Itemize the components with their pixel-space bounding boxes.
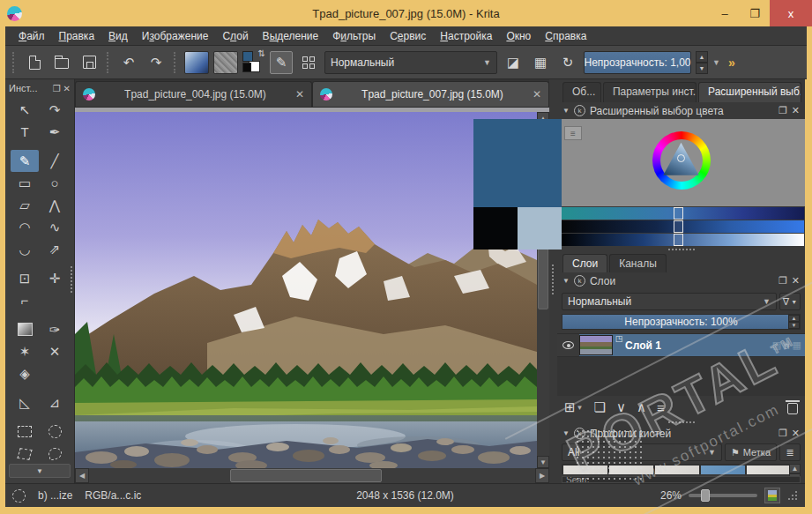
blend-mode-dropdown[interactable]: Нормальный ▼ (324, 51, 497, 74)
close-docker-icon[interactable]: ✕ (63, 84, 71, 93)
assistants-tool[interactable]: ◺ (11, 391, 39, 413)
zoom-slider[interactable] (689, 494, 757, 497)
polyline-tool[interactable]: ⋀ (41, 194, 69, 216)
canvas-only-mode-button[interactable] (764, 488, 780, 503)
toolbox-overflow-button[interactable]: ▼ (9, 464, 71, 478)
light-color-swatch[interactable] (518, 207, 562, 250)
save-document-button[interactable] (78, 51, 101, 74)
layer-filter-button[interactable]: ∇ ▼ (779, 293, 801, 310)
reload-preset-button[interactable]: ↻ (556, 51, 579, 74)
tag-button[interactable]: ⚑ Метка (725, 443, 777, 461)
advanced-color-selector[interactable]: ≡ (557, 119, 805, 206)
layer-thumbnail[interactable] (579, 335, 613, 355)
brushes-docker-header[interactable]: ▼ k Профили кистей ❐ ✕ (557, 425, 805, 442)
pencil-preset[interactable] (563, 466, 607, 474)
layer-blend-mode-dropdown[interactable]: Нормальный ▼ (562, 293, 777, 310)
canvas-image[interactable] (75, 112, 537, 468)
opacity-slider[interactable]: Непрозрачность: 1,00 (584, 51, 691, 74)
freehand-brush-tool[interactable]: ✎ (11, 150, 39, 172)
document-tab-0[interactable]: Tpad_picture_004.jpg (15.0M)✕ (75, 81, 312, 107)
pen-preset[interactable] (609, 466, 653, 474)
tab-channels[interactable]: Каналы (609, 254, 667, 272)
eraser-mode-button[interactable]: ◪ (502, 51, 525, 74)
docker-drag-handle[interactable] (557, 419, 805, 425)
foreground-background-colors[interactable]: ⇅ (242, 51, 265, 74)
menu-item-9[interactable]: Окно (500, 28, 537, 44)
toolbar-grip-2[interactable] (174, 52, 178, 73)
menu-item-0[interactable]: Файл (12, 28, 51, 44)
float-docker-icon[interactable]: ❐ (53, 84, 61, 93)
spin-down-icon[interactable]: ▼ (788, 322, 800, 329)
layer-style-icon[interactable]: ▨ (772, 339, 781, 351)
saturation-bar-marker[interactable] (674, 220, 683, 233)
ellipse-tool[interactable]: ○ (41, 172, 69, 194)
hue-bar-marker[interactable] (674, 207, 683, 220)
brush-search-input[interactable]: Searc (562, 476, 801, 483)
paintbrush-preset[interactable] (747, 466, 789, 474)
calligraphy-tool[interactable]: ✒ (41, 121, 69, 143)
multibrush-tool[interactable]: ⇗ (41, 238, 69, 260)
color-wheel[interactable] (652, 131, 711, 190)
docker-drag-handle[interactable] (557, 246, 805, 252)
document-tab-1[interactable]: Tpad_picture_007.jpg (15.0M)✕ (312, 81, 549, 107)
collapse-caret-icon[interactable]: ▼ (562, 107, 570, 115)
line-tool[interactable]: ╱ (41, 150, 69, 172)
previous-color-swatch[interactable] (473, 207, 518, 250)
rectangle-tool[interactable]: ▭ (11, 172, 39, 194)
alpha-lock-icon[interactable]: ▦ (793, 339, 801, 351)
scroll-down-button[interactable]: ▼ (537, 456, 549, 468)
dynamic-brush-tool[interactable]: ◡ (11, 238, 39, 260)
freehand-path-tool[interactable]: ∿ (41, 216, 69, 238)
polygon-select-tool[interactable] (11, 443, 39, 462)
menu-item-4[interactable]: Слой (216, 28, 254, 44)
rect-select-tool[interactable] (11, 421, 39, 443)
collapse-caret-icon[interactable]: ▼ (562, 277, 570, 285)
title-bar[interactable]: Tpad_picture_007.jpg (15.0M) - Krita – ❐… (0, 0, 812, 26)
menu-item-2[interactable]: Вид (102, 28, 134, 44)
docker-tab-1[interactable]: Параметры инст... (603, 82, 697, 102)
duplicate-layer-button[interactable]: ❏ (594, 399, 606, 415)
zoom-slider-thumb[interactable] (701, 489, 710, 502)
hue-bar[interactable] (558, 207, 804, 220)
delete-layer-button[interactable] (787, 400, 798, 414)
tab-close-icon[interactable]: ✕ (533, 88, 541, 101)
menu-item-6[interactable]: Фильтры (326, 28, 382, 44)
selection-mode-icon[interactable] (12, 489, 26, 503)
layer-name[interactable]: Слой 1 (625, 334, 772, 356)
brush-editor-button[interactable]: ✎ (270, 51, 293, 74)
close-docker-icon[interactable]: ✕ (792, 428, 800, 439)
scroll-right-button[interactable]: ▶ (535, 468, 549, 483)
color-docker-header[interactable]: ▼ k Расширенный выбор цвета ❐ ✕ (557, 102, 805, 119)
menu-item-5[interactable]: Выделение (257, 28, 325, 44)
layers-docker-header[interactable]: ▼ k Слои ❐ ✕ (557, 272, 805, 289)
undo-button[interactable]: ↶ (117, 51, 140, 74)
brush-tag-filter-dropdown[interactable]: All ▼ (562, 443, 722, 461)
current-color-swatch[interactable] (473, 119, 562, 207)
inherit-alpha-icon[interactable]: α (784, 340, 789, 351)
layer-visibility-toggle[interactable] (557, 334, 579, 356)
open-document-button[interactable] (50, 51, 73, 74)
collapse-caret-icon[interactable]: ▼ (562, 429, 570, 437)
ink-pen-preset[interactable] (701, 466, 745, 474)
layer-opacity-slider[interactable]: Непрозрачность: 100% ▲ ▼ (562, 314, 801, 330)
transform-tool[interactable]: ⊡ (11, 267, 39, 289)
reference-lines-tool[interactable]: ⊿ (41, 391, 69, 413)
menu-item-8[interactable]: Настройка (434, 28, 498, 44)
menu-item-10[interactable]: Справка (539, 28, 592, 44)
gradient-swatch-button[interactable] (184, 51, 209, 74)
measure-tool[interactable]: ✕ (41, 340, 69, 362)
layer-opacity-spinner[interactable]: ▲ ▼ (788, 315, 800, 329)
tab-close-icon[interactable]: ✕ (295, 88, 304, 101)
layer-expand-icon[interactable]: ◳ (613, 334, 625, 356)
text-tool[interactable]: T (11, 121, 39, 143)
brush-presets-button[interactable] (297, 51, 320, 74)
move-layer-up-button[interactable]: ∧ (637, 399, 646, 415)
lasso-select-tool[interactable] (41, 443, 69, 462)
add-layer-button[interactable]: ⊞▼ (564, 399, 584, 415)
fill-tool[interactable]: ◈ (11, 362, 39, 384)
menu-item-3[interactable]: Изображение (136, 28, 215, 44)
menu-item-7[interactable]: Сервис (384, 28, 432, 44)
value-bar[interactable] (558, 234, 804, 246)
scroll-left-button[interactable]: ◀ (75, 468, 89, 483)
color-sampler-tool[interactable]: ✑ (41, 318, 69, 340)
